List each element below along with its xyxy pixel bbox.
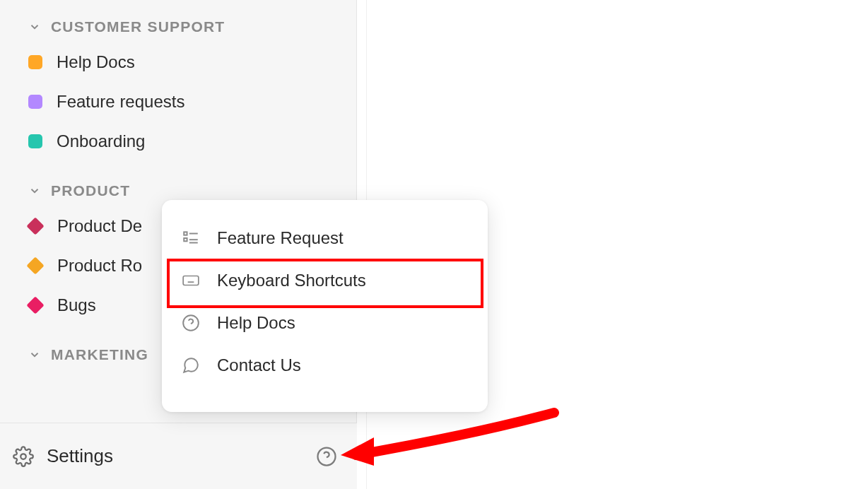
nav-item-label: Feature requests xyxy=(57,92,184,112)
color-marker-icon xyxy=(28,55,42,69)
diamond-marker-icon xyxy=(26,296,44,314)
section-header-customer-support[interactable]: CUSTOMER SUPPORT xyxy=(0,18,356,42)
nav-item-label: Bugs xyxy=(57,295,96,315)
diamond-marker-icon xyxy=(26,257,44,274)
svg-rect-3 xyxy=(184,232,187,235)
popover-item-contact-us[interactable]: Contact Us xyxy=(162,344,488,387)
popover-item-label: Feature Request xyxy=(217,228,344,248)
popover-item-label: Help Docs xyxy=(217,313,295,333)
svg-point-14 xyxy=(183,315,199,331)
diamond-marker-icon xyxy=(26,217,44,235)
popover-item-label: Keyboard Shortcuts xyxy=(217,271,366,290)
chevron-down-icon xyxy=(28,184,41,197)
popover-item-help-docs[interactable]: Help Docs xyxy=(162,302,488,344)
color-marker-icon xyxy=(28,95,42,109)
nav-item-label: Help Docs xyxy=(57,52,135,72)
help-button[interactable] xyxy=(316,446,337,467)
popover-item-keyboard-shortcuts[interactable]: Keyboard Shortcuts xyxy=(162,259,488,302)
color-marker-icon xyxy=(28,134,42,148)
svg-rect-5 xyxy=(184,238,187,241)
keyboard-icon xyxy=(182,271,200,290)
section-label: CUSTOMER SUPPORT xyxy=(51,18,225,35)
section-label: PRODUCT xyxy=(51,182,130,199)
nav-item-label: Product De xyxy=(57,216,142,236)
nav-item-help-docs[interactable]: Help Docs xyxy=(0,42,356,82)
settings-label: Settings xyxy=(47,445,113,467)
nav-item-label: Onboarding xyxy=(57,131,145,151)
svg-point-0 xyxy=(20,454,26,459)
sidebar-footer: Settings xyxy=(0,423,357,489)
help-circle-icon xyxy=(182,314,200,332)
chevron-down-icon xyxy=(28,348,41,361)
help-popover: Feature Request Keyboard Shortcuts Help … xyxy=(162,200,488,412)
popover-item-label: Contact Us xyxy=(217,355,301,375)
settings-button[interactable]: Settings xyxy=(13,445,113,467)
nav-item-onboarding[interactable]: Onboarding xyxy=(0,122,356,161)
chevron-down-icon xyxy=(28,20,41,33)
nav-list-customer-support: Help Docs Feature requests Onboarding xyxy=(0,42,356,161)
section-label: MARKETING xyxy=(51,346,148,363)
list-icon xyxy=(182,229,200,247)
svg-rect-8 xyxy=(183,276,199,285)
gear-icon xyxy=(13,446,34,467)
chat-icon xyxy=(182,356,200,375)
nav-item-label: Product Ro xyxy=(57,256,142,276)
nav-item-feature-requests[interactable]: Feature requests xyxy=(0,82,356,122)
help-circle-icon xyxy=(316,446,337,467)
popover-item-feature-request[interactable]: Feature Request xyxy=(162,217,488,259)
svg-point-1 xyxy=(318,447,336,465)
